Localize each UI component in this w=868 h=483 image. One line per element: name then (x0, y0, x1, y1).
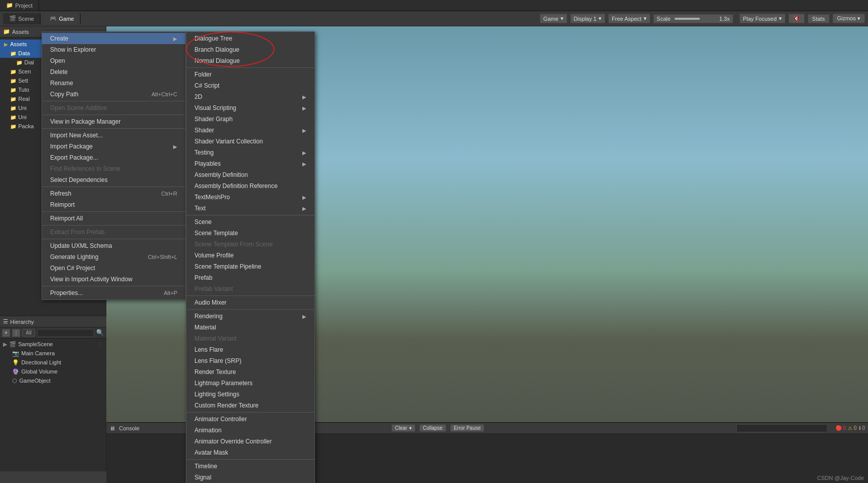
ctx-textmeshpro[interactable]: TextMeshPro ▶ (186, 192, 314, 203)
game-icon: 🎮 (50, 15, 57, 22)
ctx-material[interactable]: Material (186, 322, 314, 333)
add-hierarchy-button[interactable]: + (2, 329, 10, 337)
ctx-folder[interactable]: Folder (186, 69, 314, 80)
ctx-rename[interactable]: Rename (42, 78, 185, 89)
folder-icon: 📁 (16, 60, 22, 65)
ctx-view-import-activity[interactable]: View in Import Activity Window (42, 274, 185, 285)
ctx-reimport[interactable]: Reimport (42, 199, 185, 210)
light-icon: 💡 (12, 359, 19, 366)
folder-icon: 📁 (10, 78, 16, 84)
ctx-show-explorer[interactable]: Show in Explorer (42, 44, 185, 55)
ctx-lens-flare-srp[interactable]: Lens Flare (SRP) (186, 355, 314, 366)
ctx-import-new-asset[interactable]: Import New Asset... (42, 130, 185, 141)
ctx-prefab[interactable]: Prefab (186, 272, 314, 283)
ctx-shader[interactable]: Shader ▶ (186, 125, 314, 136)
arrow-icon: ▶ (302, 94, 306, 100)
mute-button[interactable]: 🔇 (788, 14, 805, 23)
tab-scene[interactable]: 🎬 Scene (3, 13, 41, 24)
ctx-delete[interactable]: Delete (42, 66, 185, 78)
ctx-volume-profile[interactable]: Volume Profile (186, 250, 314, 261)
ctx-text[interactable]: Text ▶ (186, 203, 314, 214)
ctx-select-dependencies[interactable]: Select Dependencies (42, 174, 185, 185)
tab-game[interactable]: 🎮 Game (44, 13, 81, 24)
ctx-reimport-all[interactable]: Reimport All (42, 213, 185, 224)
ctx-view-package-manager[interactable]: View in Package Manager (42, 116, 185, 127)
ctx-assembly-definition[interactable]: Assembly Definition (186, 169, 314, 180)
ctx-animator-controller[interactable]: Animator Controller (186, 414, 314, 425)
project-icon: 📁 (6, 2, 13, 9)
ctx-extract-prefab: Extract From Prefab (42, 227, 185, 238)
ctx-dialogue-tree[interactable]: Dialogue Tree (186, 33, 314, 44)
stats-button[interactable]: Stats (808, 14, 830, 23)
ctx-playables[interactable]: Playables ▶ (186, 158, 314, 169)
gizmos-button[interactable]: Gizmos ▾ (833, 14, 865, 23)
ctx-csharp-script[interactable]: C# Script (186, 80, 314, 91)
ctx-2d[interactable]: 2D ▶ (186, 91, 314, 102)
display-dropdown[interactable]: Display 1 ▾ (570, 14, 605, 23)
ctx-assembly-definition-ref[interactable]: Assembly Definition Reference (186, 180, 314, 192)
error-pause-button[interactable]: Error Pause (450, 424, 484, 432)
ctx-create[interactable]: Create ▶ (42, 33, 185, 44)
ctx-testing[interactable]: Testing ▶ (186, 147, 314, 158)
ctx-lightmap-parameters[interactable]: Lightmap Parameters (186, 378, 314, 389)
ctx-render-texture[interactable]: Render Texture (186, 366, 314, 378)
ctx-timeline[interactable]: Timeline (186, 461, 314, 472)
ctx-import-package[interactable]: Import Package ▶ (42, 141, 185, 152)
ctx-normal-dialogue[interactable]: Normal Dialogue (186, 55, 314, 66)
scale-control[interactable]: Scale 1.3x (653, 14, 733, 23)
ctx-custom-render-texture[interactable]: Custom Render Texture (186, 400, 314, 411)
ctx-scene-template-from-scene: Scene Template From Scene (186, 239, 314, 250)
ctx-avatar-mask[interactable]: Avatar Mask (186, 447, 314, 458)
separator (42, 211, 185, 212)
folder-icon: 📁 (10, 105, 16, 111)
hierarchy-gameobject[interactable]: ⬡ GameObject (0, 376, 106, 385)
ctx-open-csharp[interactable]: Open C# Project (42, 263, 185, 274)
ctx-shader-variant[interactable]: Shader Variant Collection (186, 136, 314, 147)
search-icon[interactable]: 🔍 (96, 329, 104, 337)
hierarchy-global-volume[interactable]: 🔮 Global Volume (0, 367, 106, 376)
folder-icon: 📁 (10, 124, 16, 129)
ctx-signal[interactable]: Signal (186, 472, 314, 483)
ctx-visual-scripting[interactable]: Visual Scripting ▶ (186, 102, 314, 114)
hierarchy-search-input[interactable] (37, 329, 94, 337)
ctx-lens-flare[interactable]: Lens Flare (186, 344, 314, 355)
context-menu-create: Dialogue Tree Branch Dialogue Normal Dia… (186, 31, 315, 483)
aspect-dropdown[interactable]: Free Aspect ▾ (608, 14, 650, 23)
ctx-branch-dialogue[interactable]: Branch Dialogue (186, 44, 314, 55)
separator (186, 459, 314, 460)
ctx-properties[interactable]: Properties... Alt+P (42, 287, 185, 299)
chevron-icon: ▾ (599, 15, 602, 22)
tab-bar: 📁 Project (0, 0, 868, 11)
scene-root-item[interactable]: ▶ 🎬 SampleScene ⋮ (0, 340, 106, 349)
ctx-shader-graph[interactable]: Shader Graph (186, 114, 314, 125)
folder-icon: 📁 (10, 69, 16, 75)
ctx-prefab-variant: Prefab Variant (186, 283, 314, 294)
chevron-icon: ▾ (409, 425, 412, 431)
ctx-scene-template-pipeline[interactable]: Scene Template Pipeline (186, 261, 314, 272)
ctx-animation[interactable]: Animation (186, 425, 314, 436)
ctx-scene-template[interactable]: Scene Template (186, 228, 314, 239)
hierarchy-main-camera[interactable]: 📷 Main Camera (0, 349, 106, 358)
chevron-icon: ▾ (857, 15, 860, 21)
hierarchy-directional-light[interactable]: 💡 Directional Light (0, 358, 106, 367)
ctx-generate-lighting[interactable]: Generate Lighting Ctrl+Shift+L (42, 251, 185, 263)
ctx-refresh[interactable]: Refresh Ctrl+R (42, 188, 185, 199)
game-dropdown[interactable]: Game ▾ (540, 14, 567, 23)
collapse-button[interactable]: Collapse (419, 424, 446, 432)
all-filter-button[interactable]: All (22, 329, 35, 337)
ctx-lighting-settings[interactable]: Lighting Settings (186, 389, 314, 400)
ctx-open[interactable]: Open (42, 55, 185, 66)
volume-icon: 🔮 (12, 368, 19, 375)
hierarchy-options-button[interactable]: ⋮ (12, 329, 20, 337)
clear-button[interactable]: Clear ▾ (391, 424, 415, 432)
ctx-export-package[interactable]: Export Package... (42, 152, 185, 163)
ctx-audio-mixer[interactable]: Audio Mixer (186, 297, 314, 308)
console-search-input[interactable] (736, 424, 827, 432)
ctx-scene[interactable]: Scene (186, 216, 314, 228)
ctx-copy-path[interactable]: Copy Path Alt+Ctrl+C (42, 89, 185, 100)
play-focused-dropdown[interactable]: Play Focused ▾ (739, 14, 785, 23)
ctx-rendering[interactable]: Rendering ▶ (186, 311, 314, 322)
ctx-update-uxml[interactable]: Update UXML Schema (42, 240, 185, 251)
ctx-animator-override[interactable]: Animator Override Controller (186, 436, 314, 447)
tab-project[interactable]: 📁 Project (0, 0, 39, 11)
